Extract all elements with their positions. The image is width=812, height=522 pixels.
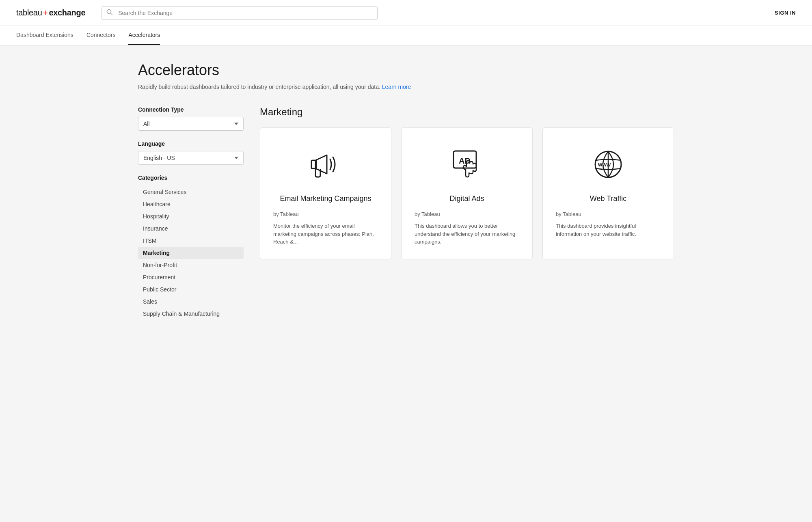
- categories-label: Categories: [138, 175, 244, 181]
- categories-section: Categories General Services Healthcare H…: [138, 175, 244, 320]
- cards-grid: Email Marketing Campaigns by Tableau Mon…: [260, 127, 674, 259]
- card-web-traffic[interactable]: WWW Web Traffic by Tableau This dashboar…: [542, 127, 674, 259]
- nav-item-connectors[interactable]: Connectors: [86, 26, 116, 45]
- category-item-sales[interactable]: Sales: [138, 296, 244, 308]
- card-title-web-traffic: Web Traffic: [556, 194, 661, 203]
- main-nav: Dashboard Extensions Connectors Accelera…: [0, 26, 812, 45]
- main-content: Accelerators Rapidly build robust dashbo…: [122, 45, 690, 344]
- category-item-itsm[interactable]: ITSM: [138, 235, 244, 247]
- search-input[interactable]: [102, 6, 378, 20]
- page-subtitle: Rapidly build robust dashboards tailored…: [138, 84, 674, 90]
- sidebar: Connection Type All Direct Published Lan…: [138, 106, 244, 320]
- logo-tableau-text: tableau: [16, 8, 42, 17]
- logo[interactable]: tableau + exchange: [16, 8, 85, 18]
- card-author-web-traffic: by Tableau: [556, 211, 661, 217]
- category-list: General Services Healthcare Hospitality …: [138, 186, 244, 320]
- connection-type-label: Connection Type: [138, 106, 244, 113]
- category-item-insurance[interactable]: Insurance: [138, 222, 244, 235]
- card-icon-email-marketing: [273, 144, 378, 185]
- category-item-non-for-profit[interactable]: Non-for-Profit: [138, 259, 244, 271]
- connection-type-filter: Connection Type All Direct Published: [138, 106, 244, 131]
- card-email-marketing[interactable]: Email Marketing Campaigns by Tableau Mon…: [260, 127, 391, 259]
- logo-exchange-text: exchange: [49, 8, 85, 17]
- svg-text:WWW: WWW: [598, 162, 611, 167]
- card-author-email-marketing: by Tableau: [273, 211, 378, 217]
- card-desc-email-marketing: Monitor the efficiency of your email mar…: [273, 222, 378, 246]
- category-item-hospitality[interactable]: Hospitality: [138, 210, 244, 222]
- nav-item-dashboard-extensions[interactable]: Dashboard Extensions: [16, 26, 73, 45]
- learn-more-link[interactable]: Learn more: [382, 84, 411, 90]
- language-label: Language: [138, 140, 244, 147]
- category-item-healthcare[interactable]: Healthcare: [138, 198, 244, 210]
- card-title-digital-ads: Digital Ads: [415, 194, 519, 203]
- card-title-email-marketing: Email Marketing Campaigns: [273, 194, 378, 203]
- language-select[interactable]: English - US French German Spanish Japan…: [138, 151, 244, 165]
- search-bar: [102, 6, 378, 20]
- category-item-public-sector[interactable]: Public Sector: [138, 283, 244, 296]
- logo-plus-icon: +: [43, 8, 48, 18]
- card-digital-ads[interactable]: AD Digital Ads by Tableau This dashboard…: [401, 127, 533, 259]
- category-item-supply-chain[interactable]: Supply Chain & Manufacturing: [138, 308, 244, 320]
- header: tableau + exchange SIGN IN: [0, 0, 812, 26]
- card-desc-web-traffic: This dashboard provides insightful infor…: [556, 222, 661, 238]
- search-icon: [106, 9, 113, 17]
- card-author-digital-ads: by Tableau: [415, 211, 519, 217]
- card-desc-digital-ads: This dashboard allows you to better unde…: [415, 222, 519, 246]
- connection-type-select[interactable]: All Direct Published: [138, 117, 244, 131]
- language-filter: Language English - US French German Span…: [138, 140, 244, 165]
- category-item-procurement[interactable]: Procurement: [138, 271, 244, 283]
- page-title: Accelerators: [138, 62, 674, 79]
- card-icon-web-traffic: WWW: [556, 144, 661, 185]
- sign-in-button[interactable]: SIGN IN: [775, 10, 796, 16]
- category-item-general-services[interactable]: General Services: [138, 186, 244, 198]
- cards-area: Marketing: [260, 106, 674, 259]
- category-item-marketing[interactable]: Marketing: [138, 247, 244, 259]
- section-title: Marketing: [260, 106, 674, 118]
- card-icon-digital-ads: AD: [415, 144, 519, 185]
- svg-line-1: [111, 13, 112, 15]
- nav-item-accelerators[interactable]: Accelerators: [128, 26, 160, 45]
- content-layout: Connection Type All Direct Published Lan…: [138, 106, 674, 320]
